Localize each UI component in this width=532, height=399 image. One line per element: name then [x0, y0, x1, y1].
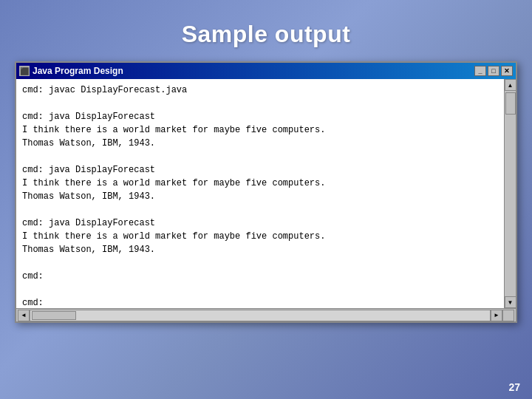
terminal-line: cmd: java DisplayForecast: [22, 163, 498, 177]
window-titlebar: ⬛ Java Program Design _ □ ✕: [16, 63, 516, 79]
scroll-thumb-v[interactable]: [505, 92, 516, 115]
terminal-line: [22, 97, 498, 110]
terminal-line: I think there is a world market for mayb…: [22, 230, 498, 243]
terminal-line: [22, 283, 498, 296]
slide-number: 27: [508, 381, 520, 393]
window-titlebar-left: ⬛ Java Program Design: [19, 66, 123, 76]
window-frame: ⬛ Java Program Design _ □ ✕ cmd: javac D…: [15, 61, 517, 323]
scroll-thumb-h[interactable]: [32, 311, 76, 320]
terminal-line: cmd: java DisplayForecast: [22, 216, 498, 230]
statusbar: ◄ ►: [16, 308, 516, 321]
terminal-line: Thomas Watson, IBM, 1943.: [22, 243, 498, 256]
window-title: Java Program Design: [33, 66, 123, 76]
terminal-line: cmd:: [22, 270, 498, 283]
terminal-line: cmd:: [22, 296, 498, 308]
close-button[interactable]: ✕: [501, 66, 513, 76]
terminal-line: cmd: java DisplayForecast: [22, 110, 498, 123]
terminal-line: Thomas Watson, IBM, 1943.: [22, 190, 498, 203]
scrollbar-h-track[interactable]: [30, 310, 491, 321]
scroll-down-button[interactable]: ▼: [505, 296, 516, 308]
terminal-line: I think there is a world market for mayb…: [22, 123, 498, 137]
terminal-line: [22, 256, 498, 270]
vertical-scrollbar[interactable]: ▲ ▼: [504, 79, 516, 308]
terminal-line: cmd: javac DisplayForecast.java: [22, 83, 498, 97]
scroll-left-button[interactable]: ◄: [18, 310, 30, 321]
window-controls: _ □ ✕: [474, 66, 513, 76]
terminal-output: cmd: javac DisplayForecast.java cmd: jav…: [16, 79, 504, 308]
scrollbar-h-container: ◄ ►: [18, 310, 502, 321]
slide-title: Sample output: [0, 0, 532, 61]
terminal-line: [22, 150, 498, 163]
terminal-line: I think there is a world market for mayb…: [22, 177, 498, 190]
window-icon: ⬛: [19, 66, 30, 76]
scroll-corner: [502, 310, 514, 321]
maximize-button[interactable]: □: [488, 66, 499, 76]
terminal-line: Thomas Watson, IBM, 1943.: [22, 137, 498, 150]
terminal-line: [22, 203, 498, 216]
scroll-up-button[interactable]: ▲: [505, 79, 516, 91]
minimize-button[interactable]: _: [474, 66, 486, 76]
window-body: cmd: javac DisplayForecast.java cmd: jav…: [16, 79, 516, 308]
scroll-right-button[interactable]: ►: [491, 310, 502, 321]
